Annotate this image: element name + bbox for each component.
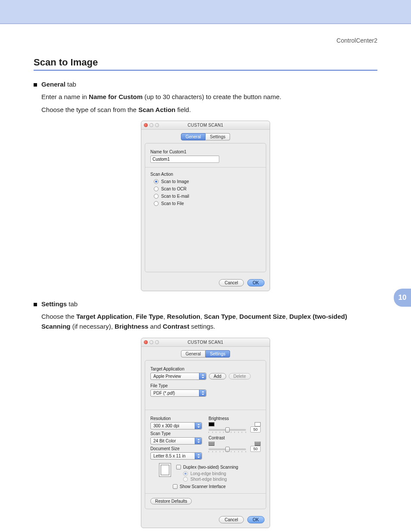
chevron-updown-icon [195,438,202,444]
cancel-button[interactable]: Cancel [219,279,243,286]
scan-action-label: Scan Action [150,172,261,177]
square-bullet-icon [34,83,37,87]
contrast-slider[interactable] [209,448,246,450]
add-button[interactable]: Add [209,373,226,380]
para-settings-description: Choose the Target Application, File Type… [41,311,377,332]
chevron-updown-icon [199,373,206,380]
restore-defaults-button[interactable]: Restore Defaults [150,498,192,504]
radio-scan-to-image[interactable] [154,179,159,184]
tab-general[interactable]: General [181,133,206,140]
dialog-title: CUSTOM SCAN1 [141,123,270,128]
running-header: ControlCenter2 [34,24,377,57]
cancel-button[interactable]: Cancel [219,516,243,523]
dialog-title: CUSTOM SCAN1 [141,340,270,345]
radio-scan-to-file-label: Scan to File [161,201,184,206]
radio-scan-to-image-label: Scan to Image [161,179,189,184]
target-application-label: Target Application [150,367,261,371]
long-edge-label: Long-edge binding [190,471,226,476]
dialog-general: CUSTOM SCAN1 General Settings Name for C… [141,121,270,291]
duplex-checkbox[interactable] [176,465,181,470]
chevron-updown-icon [195,423,202,429]
contrast-low-icon [209,442,215,446]
brightness-slider[interactable] [209,429,246,431]
radio-short-edge[interactable] [183,477,188,482]
ok-button[interactable]: OK [247,516,265,523]
tab-settings[interactable]: Settings [206,133,230,140]
brightness-label: Brightness [209,416,261,421]
document-size-label: Document Size [150,446,202,451]
ok-button[interactable]: OK [247,279,265,286]
contrast-label: Contrast [209,436,261,440]
file-type-label: File Type [150,383,261,388]
radio-scan-to-ocr[interactable] [154,187,159,191]
duplex-icon [159,463,171,477]
tab-general[interactable]: General [181,350,206,358]
radio-long-edge[interactable] [183,471,188,476]
file-type-select[interactable]: PDF (*.pdf) [150,389,206,397]
contrast-high-icon [255,442,261,446]
section-title: Scan to Image [34,57,377,71]
scan-type-label: Scan Type [150,431,202,436]
short-edge-label: Short-edge binding [190,477,227,482]
radio-scan-to-ocr-label: Scan to OCR [161,187,187,191]
chevron-updown-icon [195,453,202,459]
bullet-settings-tab: Settings tab [41,299,78,309]
show-scanner-checkbox[interactable] [173,484,177,489]
document-size-select[interactable]: Letter 8.5 x 11 in [150,452,202,460]
contrast-value[interactable]: 50 [250,446,261,452]
brightness-dark-icon [209,422,215,426]
radio-scan-to-email-label: Scan to E-mail [161,194,189,199]
dialog-settings: CUSTOM SCAN1 General Settings Target App… [141,338,270,528]
delete-button[interactable]: Delete [229,373,251,380]
show-scanner-label: Show Scanner Interface [180,484,226,489]
duplex-label: Duplex (two-sided) Scanning [183,465,238,470]
para-scan-action: Choose the type of scan from the Scan Ac… [41,105,377,115]
resolution-select[interactable]: 300 x 300 dpi [150,422,202,429]
top-accent-bar [0,0,411,24]
resolution-label: Resolution [150,416,202,421]
tab-settings[interactable]: Settings [206,350,230,358]
name-for-custom-input[interactable] [150,156,219,163]
brightness-value[interactable]: 50 [250,426,261,432]
bullet-general-tab: General tab [41,79,76,89]
name-for-custom-label: Name for Custom1 [150,149,261,154]
square-bullet-icon [34,303,37,306]
radio-scan-to-email[interactable] [154,194,159,199]
target-application-select[interactable]: Apple Preview [150,373,206,380]
scan-type-select[interactable]: 24 Bit Color [150,437,202,445]
radio-scan-to-file[interactable] [154,201,159,206]
brightness-light-icon [255,422,261,426]
chevron-updown-icon [199,390,206,396]
para-name-for-custom: Enter a name in Name for Custom (up to 3… [41,92,377,102]
